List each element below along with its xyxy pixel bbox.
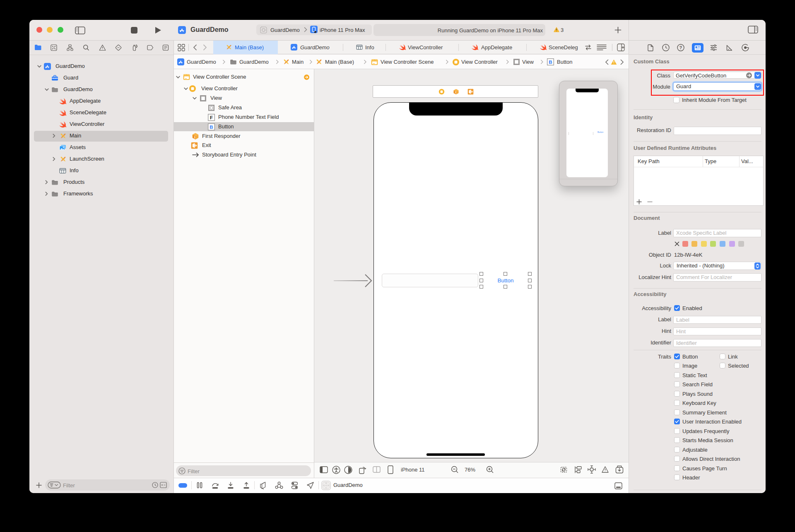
svg-text:?: ? [679,45,682,50]
